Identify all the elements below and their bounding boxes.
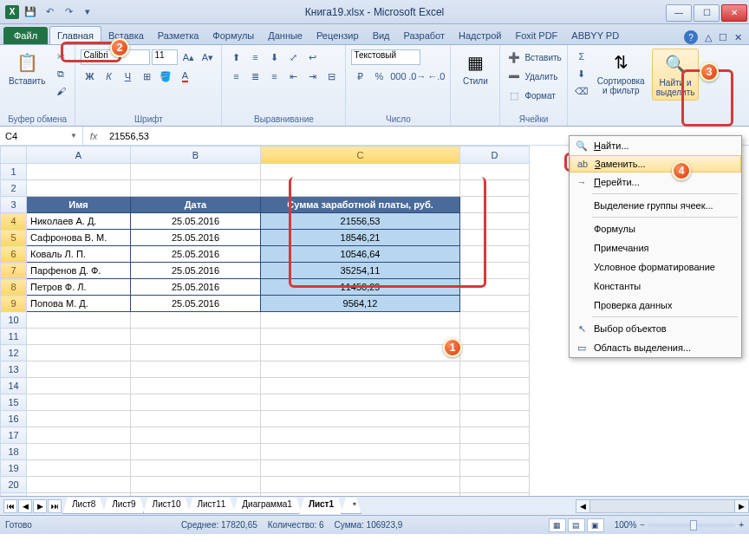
name-box-dropdown-icon[interactable]: ▼ xyxy=(70,132,77,140)
row-header-3[interactable]: 3 xyxy=(1,197,27,213)
decrease-font-icon[interactable]: A▾ xyxy=(199,49,216,65)
cell-C20[interactable] xyxy=(261,477,460,493)
cell-B18[interactable] xyxy=(131,444,261,460)
cell-C1[interactable] xyxy=(261,164,460,180)
copy-icon[interactable]: ⧉ xyxy=(52,66,69,81)
cell-B12[interactable] xyxy=(131,345,261,361)
align-bottom-icon[interactable]: ⬇ xyxy=(265,49,283,65)
sheet-nav-last-icon[interactable]: ⏭ xyxy=(48,499,62,513)
cell-D11[interactable] xyxy=(460,329,530,345)
normal-view-icon[interactable]: ▦ xyxy=(549,518,566,532)
help-icon[interactable]: ? xyxy=(684,30,698,44)
menu-goto[interactable]: →Перейти... xyxy=(570,173,741,192)
row-header-16[interactable]: 16 xyxy=(1,411,27,427)
comma-icon[interactable]: 000 xyxy=(389,68,407,84)
cell-A7[interactable]: Парфенов Д. Ф. xyxy=(27,263,131,279)
cell-B1[interactable] xyxy=(131,164,261,180)
font-color-icon[interactable]: A xyxy=(176,68,193,84)
page-break-view-icon[interactable]: ▣ xyxy=(587,518,604,532)
cell-A12[interactable] xyxy=(27,345,131,361)
merge-icon[interactable]: ⊟ xyxy=(322,68,340,84)
cell-D9[interactable] xyxy=(460,296,530,312)
col-header-A[interactable]: A xyxy=(27,147,131,164)
qat-save-icon[interactable]: 💾 xyxy=(23,4,38,20)
qat-undo-icon[interactable]: ↶ xyxy=(42,4,57,20)
cell-A4[interactable]: Николаев А. Д. xyxy=(27,213,131,230)
cell-A5[interactable]: Сафронова В. М. xyxy=(27,230,131,246)
cell-C14[interactable] xyxy=(261,378,460,394)
align-middle-icon[interactable]: ≡ xyxy=(246,49,264,65)
cell-A21[interactable] xyxy=(27,493,131,497)
cell-A2[interactable] xyxy=(27,180,131,197)
cell-B17[interactable] xyxy=(131,427,261,444)
decrease-decimal-icon[interactable]: ←.0 xyxy=(427,68,445,84)
cell-D15[interactable] xyxy=(460,394,530,411)
sheet-tab-Лист11[interactable]: Лист11 xyxy=(187,498,235,514)
cell-A3[interactable]: Имя xyxy=(27,197,131,213)
menu-formulas[interactable]: Формулы xyxy=(570,219,741,238)
menu-select-objects[interactable]: ↖Выбор объектов xyxy=(570,319,741,338)
align-right-icon[interactable]: ≡ xyxy=(265,68,283,84)
cell-A8[interactable]: Петров Ф. Л. xyxy=(27,279,131,296)
row-header-17[interactable]: 17 xyxy=(1,427,27,444)
page-layout-view-icon[interactable]: ▤ xyxy=(568,518,585,532)
cell-C9[interactable]: 9564,12 xyxy=(261,296,460,312)
menu-constants[interactable]: Константы xyxy=(570,277,741,296)
row-header-6[interactable]: 6 xyxy=(1,246,27,263)
format-cells-icon[interactable]: ⬚ xyxy=(505,88,523,103)
underline-icon[interactable]: Ч xyxy=(119,68,136,84)
row-header-2[interactable]: 2 xyxy=(1,180,27,197)
tab-abbyy[interactable]: ABBYY PD xyxy=(564,27,626,44)
cell-D14[interactable] xyxy=(460,378,530,394)
tab-foxit[interactable]: Foxit PDF xyxy=(508,27,564,44)
cell-A19[interactable] xyxy=(27,460,131,477)
currency-icon[interactable]: ₽ xyxy=(351,68,368,84)
close-workbook-icon[interactable]: ✕ xyxy=(734,32,742,43)
cell-A17[interactable] xyxy=(27,427,131,444)
sheet-tab-Лист10[interactable]: Лист10 xyxy=(143,498,191,514)
fx-icon[interactable]: fx xyxy=(83,131,104,141)
tab-addins[interactable]: Надстрой xyxy=(452,27,508,44)
menu-selection-pane[interactable]: ▭Область выделения... xyxy=(570,338,741,357)
number-format-select[interactable]: Текстовый xyxy=(351,49,420,65)
zoom-thumb[interactable] xyxy=(690,520,697,531)
cell-C17[interactable] xyxy=(261,427,460,444)
zoom-slider[interactable] xyxy=(648,524,735,527)
clear-icon[interactable]: ⌫ xyxy=(573,83,590,99)
decrease-indent-icon[interactable]: ⇤ xyxy=(284,68,302,84)
cell-D16[interactable] xyxy=(460,411,530,427)
cell-B14[interactable] xyxy=(131,378,261,394)
file-tab[interactable]: Файл xyxy=(3,27,48,44)
tab-layout[interactable]: Разметка xyxy=(151,27,206,44)
paste-button[interactable]: 📋 Вставить xyxy=(5,49,49,88)
menu-find[interactable]: 🔍Найти... xyxy=(570,136,741,155)
row-header-11[interactable]: 11 xyxy=(1,329,27,345)
tab-data[interactable]: Данные xyxy=(261,27,309,44)
align-top-icon[interactable]: ⬆ xyxy=(227,49,244,65)
cell-A16[interactable] xyxy=(27,411,131,427)
percent-icon[interactable]: % xyxy=(370,68,388,84)
cell-C18[interactable] xyxy=(261,444,460,460)
sheet-nav-next-icon[interactable]: ▶ xyxy=(33,499,47,513)
delete-cells-label[interactable]: Удалить xyxy=(524,72,557,81)
cell-A13[interactable] xyxy=(27,361,131,378)
cell-B20[interactable] xyxy=(131,477,261,493)
cell-B6[interactable]: 25.05.2016 xyxy=(131,246,261,263)
cell-C7[interactable]: 35254,11 xyxy=(261,263,460,279)
increase-font-icon[interactable]: A▴ xyxy=(179,49,197,65)
fill-icon[interactable]: ⬇ xyxy=(573,66,590,81)
insert-cells-icon[interactable]: ➕ xyxy=(505,49,523,65)
sort-filter-button[interactable]: ⇅ Сортировка и фильтр xyxy=(594,49,648,97)
cell-C3[interactable]: Сумма заработной платы, руб. xyxy=(261,197,460,213)
cell-D13[interactable] xyxy=(460,361,530,378)
row-header-18[interactable]: 18 xyxy=(1,444,27,460)
cell-C2[interactable] xyxy=(261,180,460,197)
cell-B21[interactable] xyxy=(131,493,261,497)
cell-D2[interactable] xyxy=(460,180,530,197)
cut-icon[interactable]: ✂ xyxy=(52,49,69,64)
scroll-right-icon[interactable]: ▶ xyxy=(734,500,748,512)
cell-B5[interactable]: 25.05.2016 xyxy=(131,230,261,246)
increase-decimal-icon[interactable]: .0→ xyxy=(408,68,426,84)
cell-C13[interactable] xyxy=(261,361,460,378)
minimize-button[interactable]: — xyxy=(666,4,692,22)
